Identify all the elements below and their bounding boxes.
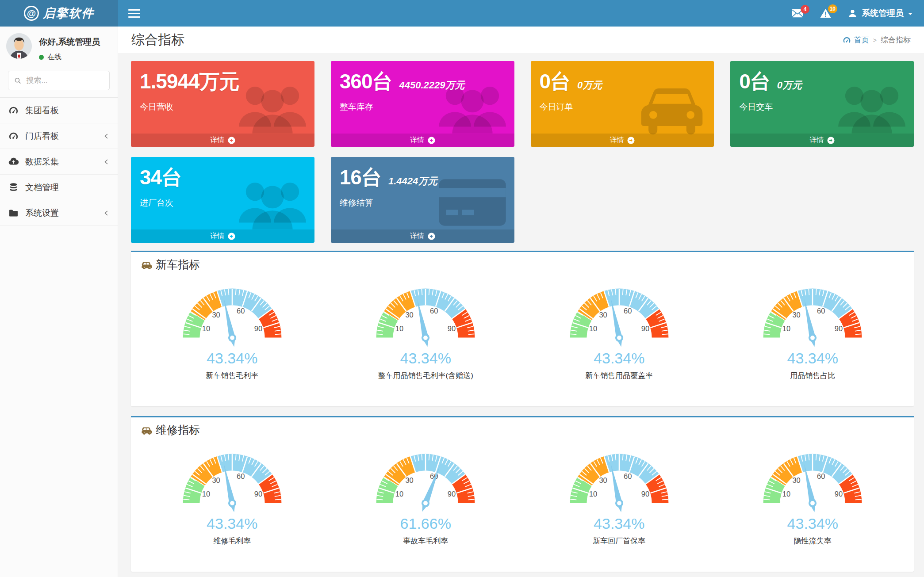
stat-card-detail-link[interactable]: 详情 — [531, 134, 714, 147]
stat-card-detail-link[interactable]: 详情 — [730, 134, 914, 147]
gauge-label: 新车销售毛利率 — [206, 371, 258, 381]
content-header: 综合指标 首页 > 综合指标 — [118, 27, 924, 54]
sidebar-item-folder[interactable]: 系统设置 — [0, 200, 118, 226]
detail-label: 详情 — [610, 136, 624, 145]
stat-card: 34台进厂台次详情 — [131, 157, 314, 243]
sidebar-greeting: 你好,系统管理员 — [39, 36, 100, 48]
svg-text:60: 60 — [817, 472, 825, 480]
messages-button[interactable]: 4 — [792, 9, 803, 18]
svg-text:10: 10 — [202, 490, 210, 498]
breadcrumb-home-label: 首页 — [854, 35, 869, 45]
breadcrumb-current: 综合指标 — [881, 35, 911, 45]
detail-label: 详情 — [210, 136, 224, 145]
svg-text:90: 90 — [448, 325, 456, 332]
svg-text:60: 60 — [430, 307, 438, 315]
gauge-chart: 10306090 — [355, 437, 496, 519]
sidebar-item-database[interactable]: 文档管理 — [0, 175, 118, 200]
gauge: 1030609061.66%事故车毛利率 — [329, 437, 523, 546]
sidebar-item-tachometer[interactable]: 集团看板 — [0, 98, 118, 123]
gauge-label: 隐性流失率 — [794, 536, 832, 546]
stat-card-value: 0台 — [739, 68, 770, 96]
sidebar-search — [8, 71, 110, 90]
chevron-left-icon — [103, 159, 109, 165]
sidebar-item-label: 系统设置 — [25, 207, 59, 219]
stat-card-label: 进厂台次 — [140, 197, 306, 209]
svg-text:90: 90 — [641, 490, 649, 498]
gauge-chart: 10306090 — [355, 271, 496, 353]
svg-text:90: 90 — [835, 325, 843, 332]
svg-text:10: 10 — [782, 325, 790, 332]
gauge-label: 整车用品销售毛利率(含赠送) — [378, 371, 473, 381]
arrow-circle-right-icon — [428, 233, 435, 240]
gauge-value: 43.34% — [594, 350, 644, 367]
logo-at-icon: @ — [24, 6, 39, 21]
gauge-label: 新车回厂首保率 — [593, 536, 645, 546]
svg-text:60: 60 — [237, 307, 245, 315]
svg-text:60: 60 — [237, 472, 245, 480]
svg-text:60: 60 — [624, 472, 632, 480]
car-icon — [141, 424, 153, 435]
stat-card-detail-link[interactable]: 详情 — [331, 134, 514, 147]
stat-card-value: 360台 — [340, 68, 392, 96]
sidebar: 你好,系统管理员 在线 集团看板门店看板数据采集文档管理系统设置 — [0, 27, 118, 577]
gauge-chart: 10306090 — [742, 271, 883, 353]
sidebar-toggle-button[interactable] — [121, 0, 147, 27]
indicator-panel: 维修指标1030609043.34%维修毛利率1030609061.66%事故车… — [131, 416, 914, 572]
top-header: @ 启擎软件 4 10 — [0, 0, 924, 27]
alerts-button[interactable]: 10 — [820, 8, 831, 18]
sidebar-item-label: 门店看板 — [25, 130, 59, 142]
stat-card-detail-link[interactable]: 详情 — [331, 229, 514, 243]
gauge: 1030609043.34%新车销售用品覆盖率 — [522, 271, 716, 381]
submenu-indicator — [103, 159, 109, 165]
gauge: 1030609043.34%隐性流失率 — [716, 437, 910, 546]
svg-text:30: 30 — [793, 476, 801, 484]
gauge-chart: 10306090 — [161, 271, 303, 353]
svg-text:30: 30 — [599, 476, 607, 484]
stat-card-body: 0台0万元今日交车 — [730, 61, 914, 113]
svg-text:30: 30 — [599, 311, 607, 319]
stat-card-value: 1.5944万元 — [140, 68, 239, 96]
tachometer-icon — [8, 131, 19, 141]
stat-card-label: 今日营收 — [140, 101, 306, 113]
stat-card: 1.5944万元今日营收详情 — [131, 61, 314, 147]
sidebar-item-cloud-upload[interactable]: 数据采集 — [0, 149, 118, 175]
svg-text:90: 90 — [254, 490, 262, 498]
panel-header: 新车指标 — [135, 256, 909, 271]
sidebar-item-label: 文档管理 — [25, 182, 59, 193]
stat-card-detail-link[interactable]: 详情 — [131, 229, 314, 243]
svg-text:10: 10 — [782, 490, 790, 498]
stat-card: 0台0万元今日订单详情 — [531, 61, 714, 147]
submenu-indicator — [103, 133, 109, 139]
app-logo[interactable]: @ 启擎软件 — [0, 0, 118, 27]
breadcrumb: 首页 > 综合指标 — [843, 35, 911, 45]
gauge: 1030609043.34%新车回厂首保率 — [522, 437, 716, 546]
gauge-value: 43.34% — [787, 350, 838, 367]
user-menu[interactable]: 系统管理员 — [848, 8, 912, 19]
gauge-label: 新车销售用品覆盖率 — [585, 371, 653, 381]
stat-card-subvalue: 0万元 — [777, 79, 802, 92]
svg-text:30: 30 — [212, 476, 220, 484]
main-content: 综合指标 首页 > 综合指标 1.5944万元今日营收详情360台4450.22… — [118, 27, 924, 577]
gauge-chart: 10306090 — [548, 437, 690, 519]
sidebar-item-tachometer[interactable]: 门店看板 — [0, 123, 118, 149]
search-input[interactable] — [26, 76, 104, 85]
stat-card-value: 34台 — [140, 164, 181, 191]
panel-title: 维修指标 — [156, 423, 200, 437]
gauge: 1030609043.34%维修毛利率 — [135, 437, 329, 546]
svg-text:10: 10 — [395, 325, 403, 332]
stat-card-body: 16台1.4424万元维修结算 — [331, 157, 514, 209]
gauge: 1030609043.34%新车销售毛利率 — [135, 271, 329, 381]
stat-card-label: 今日交车 — [739, 101, 905, 113]
gauge-value: 43.34% — [787, 515, 838, 532]
sidebar-menu: 集团看板门店看板数据采集文档管理系统设置 — [0, 97, 118, 226]
sidebar-item-label: 数据采集 — [25, 156, 59, 168]
user-name: 系统管理员 — [862, 8, 904, 19]
svg-text:90: 90 — [448, 490, 456, 498]
stat-card-detail-link[interactable]: 详情 — [131, 134, 314, 147]
svg-text:10: 10 — [202, 325, 210, 332]
svg-text:30: 30 — [793, 311, 801, 319]
stat-card-value: 16台 — [340, 164, 381, 191]
breadcrumb-home-link[interactable]: 首页 — [843, 35, 869, 45]
cloud-upload-icon — [8, 157, 19, 167]
svg-text:60: 60 — [817, 307, 825, 315]
